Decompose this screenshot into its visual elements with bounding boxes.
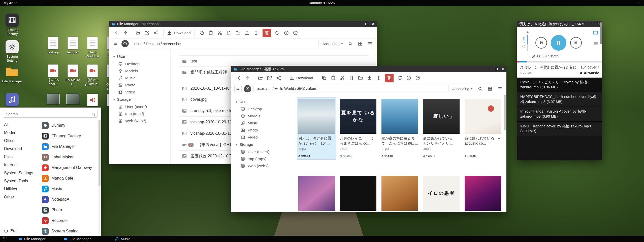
grid-view-button[interactable] — [486, 85, 494, 93]
toolbar-up-button[interactable] — [121, 29, 130, 37]
sidebar-item[interactable]: tmp (tmp:/) — [109, 110, 170, 117]
toolbar-help-button[interactable] — [291, 29, 300, 37]
grid-item[interactable]: 例えば、今此処に置かれた花に＿164... .mp3 4.99MB — [297, 97, 336, 159]
toolbar-up-button[interactable] — [243, 74, 252, 82]
taskbar-item[interactable]: File Manager — [61, 236, 94, 242]
minimize-button[interactable]: − — [359, 22, 361, 26]
category-item[interactable]: Download — [0, 145, 40, 153]
app-list-item[interactable]: Music — [40, 184, 101, 194]
title-bar[interactable]: 例えば、今此処に置かれた花に＿164 c... − × — [517, 21, 602, 27]
grid-item[interactable]: 裏＿HamP cover... — [339, 175, 378, 212]
taskbar-item[interactable]: Music — [112, 236, 133, 242]
toolbar-trash-button[interactable] — [263, 29, 271, 37]
grid-view-button[interactable] — [356, 40, 364, 48]
desktop-file-icon[interactable]: Fly Me To T... — [65, 64, 81, 94]
grid-item[interactable]: 夏を見て いるかな 八月のレイニー＿はるまきごはん co... .mp3 3.0… — [339, 97, 378, 159]
next-track-button[interactable] — [570, 37, 582, 49]
file-row[interactable]: test — [179, 55, 368, 67]
taskbar-item[interactable]: File Manager — [15, 236, 49, 242]
toolbar-back-button[interactable] — [234, 74, 243, 82]
close-button[interactable]: × — [598, 22, 600, 26]
toolbar-share-button[interactable] — [152, 29, 160, 37]
toolbar-back-button[interactable] — [112, 29, 120, 37]
category-item[interactable]: Internet — [0, 161, 40, 169]
maximize-button[interactable] — [495, 68, 498, 70]
desktop-file-icon[interactable]: 【東方V ocal... — [45, 64, 61, 94]
list-view-button[interactable] — [496, 85, 503, 93]
category-item[interactable]: System Settings — [0, 169, 40, 177]
app-list-item[interactable]: Label Maker — [40, 152, 101, 162]
search-button[interactable] — [346, 40, 354, 48]
minimize-button[interactable]: − — [489, 67, 491, 71]
sidebar-toggle-button[interactable] — [112, 40, 119, 47]
title-bar[interactable]: File Manager - screenshot − × — [109, 21, 377, 27]
sidebar-item[interactable]: Web (web:/) — [231, 162, 293, 169]
toolbar-upload-button[interactable] — [365, 74, 374, 82]
category-item[interactable]: Media — [0, 129, 40, 137]
previous-track-button[interactable] — [535, 37, 547, 49]
maximize-button[interactable] — [365, 23, 368, 25]
sidebar-item[interactable]: Web (web:/) — [109, 117, 170, 124]
history-button[interactable] — [121, 40, 129, 47]
app-list-item[interactable]: System Setting — [40, 226, 101, 236]
scrollbar-thumb[interactable] — [99, 120, 101, 186]
sidebar-item[interactable]: Music — [231, 120, 293, 127]
desktop-app-icon[interactable]: System Setting — [1, 40, 23, 63]
toolbar-external-button[interactable] — [265, 74, 274, 82]
sidebar-item[interactable]: User (user:/) — [231, 148, 293, 155]
app-list-item[interactable]: NotepadA — [40, 194, 101, 205]
sidebar-section-header[interactable]: ▾User — [109, 53, 170, 60]
player-menu-icon[interactable] — [593, 41, 598, 46]
desktop-file-icon[interactable]: test.bat — [65, 37, 81, 58]
toolbar-info-button[interactable] — [405, 74, 413, 82]
close-button[interactable]: × — [502, 67, 504, 71]
sidebar-item[interactable]: Models — [231, 113, 293, 120]
category-item[interactable]: Files — [0, 153, 40, 161]
toolbar-upload-button[interactable] — [243, 29, 251, 37]
toolbar-external-button[interactable] — [143, 29, 151, 37]
toolbar-file-button[interactable] — [225, 29, 233, 37]
list-view-button[interactable] — [366, 40, 374, 48]
category-item[interactable]: System Tools — [0, 177, 40, 185]
app-list-item[interactable]: Manga Cafe — [40, 173, 101, 184]
app-list-item[interactable]: FFmpeg Factory — [40, 131, 101, 141]
grid-item[interactable]: 命に嫌われている＿+ acoustic co... 1.69MB — [463, 97, 502, 159]
desktop-file-icon[interactable] — [65, 94, 81, 107]
toolbar-file-button[interactable] — [347, 74, 356, 82]
exit-button[interactable]: Exit — [0, 226, 40, 236]
volume-up-button[interactable]: + — [527, 30, 529, 34]
toolbar-rename-button[interactable] — [374, 74, 383, 82]
sidebar-section-header[interactable]: ▾Storage — [231, 141, 293, 148]
category-item[interactable]: Other — [0, 193, 40, 201]
toolbar-refresh-button[interactable] — [396, 74, 404, 82]
grid-item[interactable]: 「寂しい」 命に嫌われている＿カンザキイオリ ... .mp3 4.19MB — [422, 97, 461, 159]
toolbar-trash-button[interactable] — [385, 74, 394, 82]
toolbar-folder-open-button[interactable] — [134, 29, 142, 37]
desktop-file-icon[interactable]: test.agi — [45, 37, 61, 58]
history-button[interactable] — [244, 85, 251, 92]
volume-down-button[interactable]: − — [527, 52, 529, 56]
toolbar-help-button[interactable] — [414, 74, 422, 82]
sidebar-item[interactable]: Models — [109, 67, 170, 75]
toolbar-info-button[interactable] — [282, 29, 291, 37]
playlist-item[interactable]: KING＿Kanaria cover. by 柘榴-zakuro-.mp3 (2… — [517, 122, 602, 136]
toolbar-refresh-button[interactable] — [273, 29, 282, 37]
desktop-file-icon[interactable] — [45, 94, 61, 107]
menu-icon[interactable] — [636, 1, 640, 5]
toolbar-download-button[interactable]: Download — [286, 74, 317, 82]
toolbar-paste-button[interactable] — [329, 74, 338, 82]
grid-item[interactable]: 君が夜の海に還るまで＿こんにちは谷田... .mp3 4.35MB — [380, 97, 419, 159]
toolbar-download-button[interactable]: Download — [163, 29, 195, 37]
toolbar-copy-button[interactable] — [320, 74, 329, 82]
grid-item[interactable]: イロの愚者 忘却便所往復書簡... — [422, 175, 461, 212]
playlist-item[interactable]: Cynic＿ポリスピカデリー cover. by 柘榴-zakuro-.mp3 … — [517, 78, 602, 92]
sidebar-section-header[interactable]: ▾Storage — [109, 96, 170, 103]
pause-button[interactable] — [551, 35, 566, 51]
path-input[interactable] — [253, 85, 448, 92]
search-input[interactable] — [3, 110, 98, 118]
toolbar-folder-button[interactable] — [234, 29, 242, 37]
desktop-app-icon[interactable]: File Manager — [1, 65, 23, 83]
sidebar-item[interactable]: User (user:/) — [109, 103, 170, 110]
close-button[interactable]: × — [372, 22, 374, 26]
sidebar-item[interactable]: Desktop — [109, 60, 170, 67]
